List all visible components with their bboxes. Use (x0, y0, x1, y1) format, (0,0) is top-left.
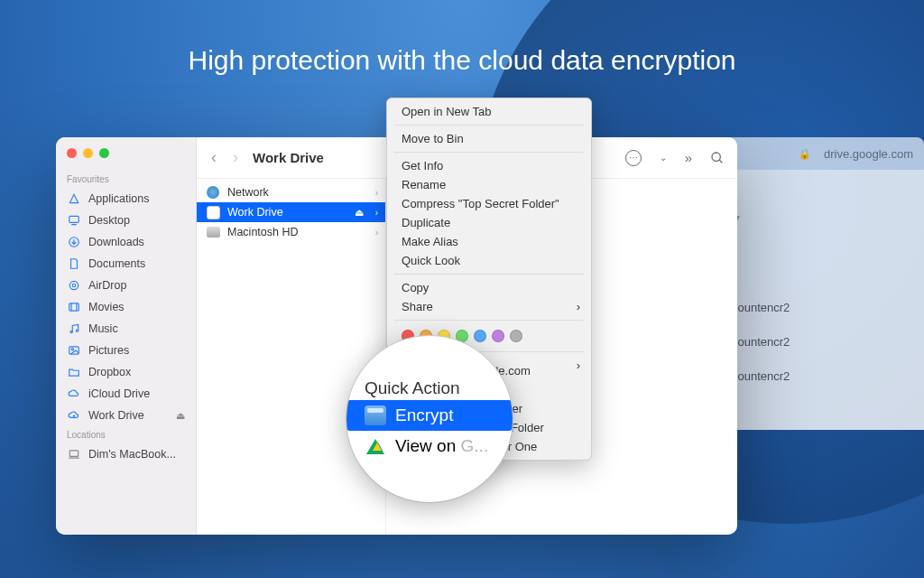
movie-icon (67, 301, 81, 313)
context-menu-item[interactable]: Get Info (387, 156, 591, 175)
tag-dot[interactable] (510, 330, 522, 342)
tag-dot[interactable] (474, 330, 486, 342)
eject-icon[interactable]: ⏏ (355, 207, 364, 219)
folder-icon (67, 366, 81, 378)
svg-point-15 (712, 153, 720, 161)
app-icon (67, 192, 81, 205)
svg-rect-10 (69, 347, 79, 354)
tag-dot[interactable] (492, 330, 504, 342)
menu-item-label: Open in New Tab (402, 105, 492, 118)
sidebar-item-label: Documents (88, 257, 145, 270)
sidebar-item-music[interactable]: Music (56, 318, 196, 340)
context-menu-item[interactable]: Rename (387, 175, 591, 194)
sidebar-item-documents[interactable]: Documents (56, 253, 196, 275)
globe-icon (206, 185, 220, 200)
item-label: Work Drive (227, 206, 283, 219)
browser-url[interactable]: drive.google.com (824, 147, 913, 161)
window-controls (56, 146, 196, 171)
chevron-right-icon: › (375, 208, 378, 218)
menu-item-label: Copy (402, 281, 429, 294)
menu-item-label: Move to Bin (402, 132, 464, 145)
music-icon (67, 322, 81, 335)
sidebar-item-label: Applications (88, 192, 149, 205)
sidebar-item-desktop[interactable]: Desktop (56, 210, 196, 231)
sidebar-item-label: Desktop (88, 214, 130, 227)
svg-rect-5 (69, 303, 79, 311)
menu-item-label: Compress "Top Secret Folder" (402, 197, 559, 210)
eject-icon[interactable]: ⏏ (176, 410, 185, 422)
hdd-icon (206, 225, 220, 239)
encrypt-label: Encrypt (395, 406, 453, 425)
back-icon[interactable]: ‹ (211, 148, 217, 167)
close-icon[interactable] (67, 148, 77, 158)
sidebar-item-label: Dropbox (88, 366, 131, 378)
svg-point-8 (70, 331, 72, 332)
svg-point-11 (71, 349, 73, 350)
sidebar-item-work-drive[interactable]: Work Drive⏏ (56, 405, 196, 426)
document-icon (67, 257, 81, 270)
context-menu-item[interactable]: Duplicate (387, 213, 591, 232)
drive-icon (67, 409, 81, 422)
sidebar-item-label: Dim's MacBook... (88, 448, 176, 461)
separator (394, 320, 584, 321)
svg-rect-0 (69, 216, 79, 222)
menu-item-label: Get Info (402, 159, 443, 172)
context-menu-item[interactable]: Compress "Top Secret Folder" (387, 194, 591, 213)
sidebar-item-airdrop[interactable]: AirDrop (56, 275, 196, 296)
airdrop-icon (67, 279, 81, 292)
lock-icon: 🔒 (799, 148, 811, 160)
svg-point-3 (72, 284, 76, 287)
chevron-down-icon[interactable]: ⌄ (660, 153, 667, 163)
svg-point-4 (69, 281, 78, 289)
quick-actions-header: Quick Action (359, 377, 500, 400)
view-on-drive-action[interactable]: View on G... (359, 431, 500, 461)
item-label: Macintosh HD (227, 226, 299, 238)
forward-icon[interactable]: › (233, 148, 238, 167)
sidebar-item-label: Work Drive (88, 409, 144, 422)
context-menu-item[interactable]: Move to Bin (387, 129, 591, 148)
context-menu-item[interactable]: Quick Look (387, 251, 591, 270)
sidebar-item-label: Pictures (88, 344, 129, 357)
menu-item-label: Duplicate (402, 216, 450, 229)
chevron-right-icon: › (375, 228, 378, 238)
sidebar-item-label: iCloud Drive (88, 387, 150, 400)
sidebar-item-icloud-drive[interactable]: iCloud Drive (56, 383, 196, 405)
svg-line-16 (719, 160, 722, 163)
overflow-icon[interactable]: » (685, 150, 692, 165)
column-item[interactable]: Network› (197, 182, 385, 202)
sidebar-item-downloads[interactable]: Downloads (56, 231, 196, 253)
desktop-icon (67, 214, 81, 227)
context-menu-item[interactable]: Share› (387, 297, 591, 316)
context-menu-item[interactable]: Make Alias (387, 232, 591, 251)
sidebar-section-header: Favourites (56, 171, 196, 188)
context-menu-item[interactable]: Open in New Tab (387, 102, 591, 121)
cloud-icon (67, 387, 81, 400)
minimize-icon[interactable] (83, 148, 93, 158)
chevron-right-icon: › (577, 300, 580, 313)
sidebar-item-movies[interactable]: Movies (56, 296, 196, 318)
separator (394, 125, 584, 126)
sidebar-item-dim-s-macbook-[interactable]: Dim's MacBook... (56, 443, 196, 465)
picture-icon (67, 344, 81, 357)
svg-point-12 (73, 415, 74, 416)
item-label: Network (227, 186, 269, 199)
sidebar-item-applications[interactable]: Applications (56, 188, 196, 210)
encrypt-action[interactable]: Encrypt (346, 400, 513, 431)
sidebar-item-label: Downloads (88, 236, 144, 248)
sidebar-item-dropbox[interactable]: Dropbox (56, 361, 196, 383)
sidebar-item-pictures[interactable]: Pictures (56, 340, 196, 361)
more-icon[interactable]: ⋯ (625, 150, 642, 166)
maximize-icon[interactable] (99, 148, 109, 158)
headline: High protection with the cloud data encr… (0, 45, 924, 76)
context-menu-item[interactable]: Copy (387, 278, 591, 297)
zoom-lens: Quick Action Encrypt View on G... (346, 336, 513, 502)
sidebar-item-label: Movies (88, 301, 125, 313)
view-label: View on G... (395, 436, 488, 456)
sidebar-item-label: AirDrop (88, 279, 126, 292)
column-item[interactable]: ▲Work Drive⏏› (197, 202, 385, 222)
search-icon[interactable] (710, 151, 725, 165)
google-drive-icon (366, 439, 384, 454)
menu-item-label: Quick Look (402, 254, 460, 267)
column-item[interactable]: Macintosh HD› (197, 222, 385, 242)
svg-point-9 (76, 330, 78, 331)
